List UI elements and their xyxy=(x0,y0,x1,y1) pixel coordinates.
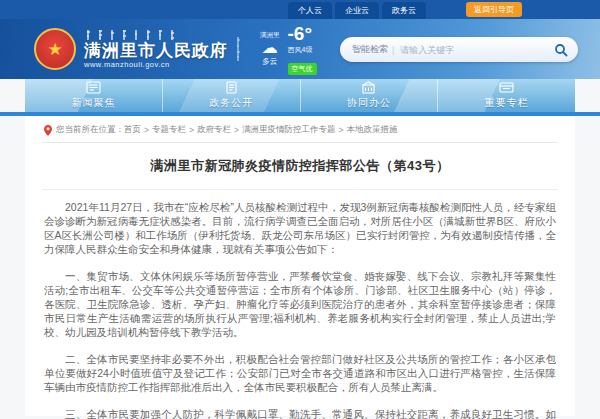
nav-label: 新闻聚焦 xyxy=(71,96,115,110)
site-logo[interactable]: ★ 满洲里市人民政府 www.manzhouli.gov.cn xyxy=(34,28,242,70)
breadcrumb-special-columns[interactable]: 专题专栏 xyxy=(152,124,186,136)
search-divider: | xyxy=(392,45,394,55)
search-bar: 智能检索 | xyxy=(340,37,578,62)
breadcrumb-separator: > xyxy=(189,125,194,135)
site-identity: 满洲里市人民政府 www.manzhouli.gov.cn xyxy=(84,29,228,70)
building-icon xyxy=(361,81,376,94)
mongolian-script-side-icon xyxy=(234,36,242,62)
newspaper-icon xyxy=(86,81,101,94)
columns-icon xyxy=(499,81,514,94)
cloud-icon: ☁ xyxy=(260,40,280,56)
weather-temperature: -6° xyxy=(288,24,317,43)
article-paragraph-intro: 2021年11月27日，我市在“应检尽检”人员核酸检测过程中，发现3例新冠病毒核… xyxy=(44,200,556,256)
tab-personal-cloud[interactable]: 个人云 xyxy=(288,2,332,19)
article-title: 满洲里市新冠肺炎疫情防控指挥部公告（第43号） xyxy=(42,157,558,175)
nav-label: 协同办公 xyxy=(347,96,391,110)
title-divider xyxy=(42,189,558,190)
topbar: 个人云 企业云 政务云 返回引导页 xyxy=(0,0,600,19)
breadcrumb-gov-column[interactable]: 政府专栏 xyxy=(197,124,231,136)
site-name: 满洲里市人民政府 xyxy=(84,41,228,61)
nav-item-gov-affairs[interactable]: 政务公开 xyxy=(163,79,301,112)
cloud-tabs: 个人云 企业云 政务云 xyxy=(285,2,426,19)
article-body: 2021年11月27日，我市在“应检尽检”人员核酸检测过程中，发现3例新冠病毒核… xyxy=(42,194,558,419)
nav-item-news[interactable]: 新闻聚焦 xyxy=(25,79,163,112)
site-url: www.manzhouli.gov.cn xyxy=(84,60,228,69)
location-pin-icon xyxy=(44,125,52,136)
breadcrumb: 您当前所在位置： 首页 > 专题专栏 > 政府专栏 > 满洲里疫情防控工作专题 … xyxy=(42,116,558,143)
site-header: ★ 满洲里市人民政府 www.manzhouli.gov.cn 满洲里 ☁ 多云 xyxy=(0,19,600,79)
air-quality-badge: 空气优 xyxy=(288,63,317,75)
breadcrumb-local-policies[interactable]: 本地政策措施 xyxy=(346,124,397,136)
nav-label: 政务公开 xyxy=(209,96,253,110)
weather-city: 满洲里 xyxy=(260,31,280,40)
nav-label: 重要专栏 xyxy=(485,96,529,110)
weather-wind: 西风4级 xyxy=(288,45,317,55)
breadcrumb-home[interactable]: 首页 xyxy=(124,124,141,136)
search-button[interactable] xyxy=(554,43,568,57)
national-emblem-icon: ★ xyxy=(34,28,76,70)
search-input[interactable] xyxy=(400,45,554,55)
article-paragraph-item3: 三、全体市民要加强个人防护，科学佩戴口罩、勤洗手、常通风、保持社交距离，养成良好… xyxy=(44,407,556,419)
tab-government-cloud[interactable]: 政务云 xyxy=(382,2,426,19)
article-paragraph-item1: 一、集贸市场、文体休闲娱乐等场所暂停营业，严禁餐饮堂食、婚丧嫁娶、线下会议、宗教… xyxy=(44,269,556,339)
article-paragraph-item2: 二、全体市民要坚持非必要不外出，积极配合社会管控部门做好社区及公共场所的管控工作… xyxy=(44,352,556,394)
search-icon xyxy=(554,43,568,57)
breadcrumb-prefix: 您当前所在位置： xyxy=(56,124,124,136)
search-mode-label: 智能检索 xyxy=(352,43,388,56)
main-nav: 新闻聚焦 政务公开 协同办公 xyxy=(25,79,575,112)
back-to-guide-button[interactable]: 返回引导页 xyxy=(466,2,522,17)
mongolian-script-icon xyxy=(84,29,204,41)
document-icon xyxy=(224,81,239,94)
tab-enterprise-cloud[interactable]: 企业云 xyxy=(335,2,379,19)
breadcrumb-epidemic-topic[interactable]: 满洲里疫情防控工作专题 xyxy=(242,124,336,136)
nav-wrap: 新闻聚焦 政务公开 协同办公 xyxy=(0,79,600,116)
breadcrumb-separator: > xyxy=(144,125,149,135)
weather-condition: 多云 xyxy=(260,57,280,67)
nav-item-important-columns[interactable]: 重要专栏 xyxy=(438,79,575,112)
nav-item-collaborative-office[interactable]: 协同办公 xyxy=(301,79,439,112)
breadcrumb-separator: > xyxy=(338,125,343,135)
breadcrumb-separator: > xyxy=(234,125,239,135)
main-content: 您当前所在位置： 首页 > 专题专栏 > 政府专栏 > 满洲里疫情防控工作专题 … xyxy=(25,116,575,416)
weather-widget: 满洲里 ☁ 多云 -6° 西风4级 空气优 xyxy=(260,24,317,75)
